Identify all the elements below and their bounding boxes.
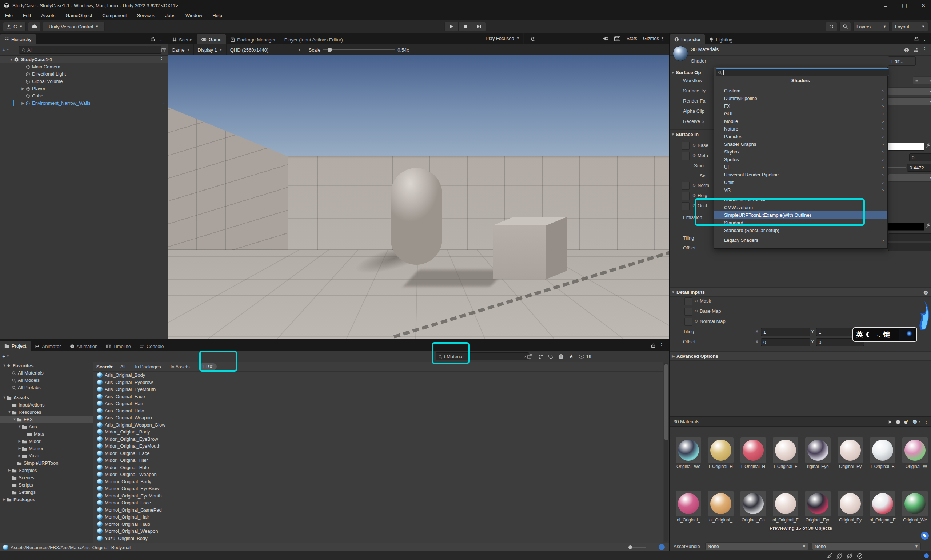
mute-package-icon[interactable]	[836, 553, 842, 559]
material-preview-thumb[interactable]: i_Original_B	[868, 437, 897, 469]
material-preview-thumb[interactable]: oi_Original_E	[868, 491, 897, 523]
favorites-star-icon[interactable]: ★	[569, 353, 574, 360]
shader-menu-item-mobile[interactable]: Mobile›	[714, 117, 887, 125]
advanced-options-header[interactable]: ▶ Advanced Options	[670, 351, 931, 361]
material-preview-thumb[interactable]: Original_Ga	[738, 491, 768, 523]
file-list-scrollbar[interactable]	[664, 363, 668, 542]
project-tab-animator[interactable]: Animator	[31, 342, 65, 351]
tree-item-midori[interactable]: ▶Midori	[0, 437, 94, 445]
tiling-y-field[interactable]	[888, 234, 930, 242]
file-row[interactable]: Momoi_Original_Halo	[94, 521, 663, 528]
project-search-input[interactable]: t:Material ×	[435, 352, 529, 360]
menu-window[interactable]: Window	[180, 11, 207, 20]
prefab-open-chevron[interactable]: ›	[163, 100, 165, 106]
file-row[interactable]: Aris_Original_EyeMouth	[94, 386, 663, 393]
tree-item-momoi[interactable]: ▶Momoi	[0, 445, 94, 452]
preview-menu-icon[interactable]: ⋮	[924, 418, 929, 425]
material-preview-thumb[interactable]: riginal_Eye	[803, 437, 833, 469]
tree-item-mats[interactable]: Mats	[0, 430, 94, 437]
help-icon[interactable]: ?	[923, 289, 928, 295]
file-row[interactable]: Momoi_Original_Weapon	[94, 528, 663, 535]
file-row[interactable]: Momoi_Original_EyeMouth	[94, 492, 663, 500]
maximize-button[interactable]: ▢	[900, 2, 909, 9]
texture-picker-icon[interactable]: ⊙	[692, 183, 696, 188]
close-button[interactable]: ✕	[919, 2, 928, 9]
project-menu-icon[interactable]: ⋮	[659, 342, 664, 348]
collab-status-dot[interactable]	[924, 554, 929, 558]
tree-item-inputactions[interactable]: InputActions	[0, 401, 94, 408]
texture-picker-icon[interactable]: ⊙	[692, 203, 696, 208]
hierarchy-menu-icon[interactable]: ⋮	[159, 35, 164, 42]
material-preview-thumb[interactable]: _Original_W	[900, 437, 930, 469]
texture-picker-icon[interactable]: ⊙	[695, 298, 698, 303]
file-row[interactable]: Aris_Original_Weapon	[94, 414, 663, 422]
material-preview-thumb[interactable]: oi_Original_	[674, 491, 703, 523]
material-preview-thumb[interactable]: Original_Ey	[836, 491, 865, 523]
hierarchy-add-button[interactable]: +▼	[2, 46, 9, 53]
scene-row[interactable]: ▼StudyCase1-1⋮	[0, 55, 168, 63]
open-new-window-icon[interactable]	[527, 354, 532, 359]
project-add-button[interactable]: +▼	[2, 353, 9, 359]
file-row[interactable]: Midori_Original_Hair	[94, 457, 663, 464]
hierarchy-item-global-volume[interactable]: Global Volume	[0, 77, 168, 85]
help-icon[interactable]: ?	[904, 47, 909, 53]
material-menu-icon[interactable]: ⋮	[922, 46, 927, 52]
gizmos-dropdown[interactable]: Gizmos▼	[643, 35, 664, 41]
texture-picker-icon[interactable]: ⊙	[695, 309, 698, 314]
tree-item-fbx[interactable]: ▼FBX	[0, 415, 94, 423]
texture-slot[interactable]	[682, 202, 689, 210]
inspector-menu-icon[interactable]: ⋮	[922, 35, 927, 42]
shader-menu-item-standard[interactable]: Standard	[714, 219, 887, 226]
material-preview-thumb[interactable]: i_Original_F	[771, 437, 800, 469]
scope-in-assets[interactable]: In Assets	[171, 364, 190, 369]
play-button[interactable]	[445, 22, 458, 31]
progress-spinner[interactable]	[659, 544, 665, 550]
file-row[interactable]: Yuzu_Original_Body	[94, 535, 663, 542]
section-header-surface-in[interactable]: ▼Surface In	[670, 129, 714, 138]
game-display-mode-dropdown[interactable]: Game▼	[168, 45, 194, 55]
file-row[interactable]: Aris_Original_Halo	[94, 407, 663, 415]
tree-item-scenes[interactable]: Scenes	[0, 474, 94, 481]
texture-picker-icon[interactable]: ⊙	[695, 319, 698, 324]
scale-slider-track[interactable]	[323, 49, 395, 50]
shader-menu-item-ui[interactable]: UI›	[714, 163, 887, 171]
shader-search-input[interactable]	[716, 68, 889, 76]
project-tab-animation[interactable]: Animation	[65, 342, 102, 351]
section-header-surface-op[interactable]: ▼Surface Op	[670, 68, 714, 77]
shader-menu-item-gui[interactable]: GUI›	[714, 110, 887, 117]
shader-menu-item-dummypipeline[interactable]: DummyPipeline›	[714, 95, 887, 102]
hidden-packages-icon[interactable]	[558, 354, 564, 359]
file-row[interactable]: Aris_Original_Hair	[94, 400, 663, 407]
texture-slot[interactable]	[682, 182, 689, 190]
detail-inputs-header[interactable]: ▼ Detail Inputs ?	[670, 287, 931, 297]
project-tab-project[interactable]: Project	[0, 341, 31, 351]
shader-menu-item-unlit[interactable]: Unlit›	[714, 178, 887, 186]
tree-item-aris[interactable]: ▼Aris	[0, 423, 94, 430]
shader-menu-item-vr[interactable]: VR›	[714, 186, 887, 194]
resolution-dropdown[interactable]: QHD (2560x1440)▼	[226, 45, 305, 55]
texture-slot[interactable]	[685, 318, 692, 326]
smoothness-value-field[interactable]: 0.4472	[907, 164, 931, 172]
preview-drag-grip[interactable]	[704, 420, 884, 423]
lock-icon[interactable]	[651, 343, 656, 348]
assetbundle-variant-dropdown[interactable]: None▼	[812, 542, 921, 550]
account-button[interactable]: G▼	[3, 22, 26, 31]
open-new-window-icon[interactable]	[161, 47, 166, 52]
material-preview-thumb[interactable]: i_Original_H	[738, 437, 768, 469]
detail-offset-x-field[interactable]: 0	[761, 338, 810, 346]
game-tab-player-input-actions-editor-[interactable]: Player (Input Actions Editor)	[280, 35, 347, 45]
game-tab-game[interactable]: Game	[197, 34, 226, 45]
render-face-dropdown[interactable]: ▼	[888, 97, 930, 105]
shader-menu-item-cmwaveform[interactable]: CMWaveform	[714, 204, 887, 211]
material-preview-thumb[interactable]: oi_Original_	[706, 491, 736, 523]
hierarchy-item-environment-narrow-walls[interactable]: ▶Environment_Narrow_Walls›	[0, 99, 168, 106]
shader-menu-item-skybox[interactable]: Skybox›	[714, 148, 887, 155]
layers-dropdown[interactable]: Layers▼	[853, 22, 889, 31]
material-preview-thumb[interactable]: Original_Ey	[836, 437, 865, 469]
tree-item-scripts[interactable]: Scripts	[0, 481, 94, 488]
shader-edit-button[interactable]: Edit...	[888, 56, 916, 66]
texture-slot[interactable]	[682, 152, 689, 160]
scope-all[interactable]: All	[120, 364, 125, 369]
hierarchy-item-directional-light[interactable]: Directional Light	[0, 70, 168, 77]
metallic-slider[interactable]	[888, 154, 907, 157]
